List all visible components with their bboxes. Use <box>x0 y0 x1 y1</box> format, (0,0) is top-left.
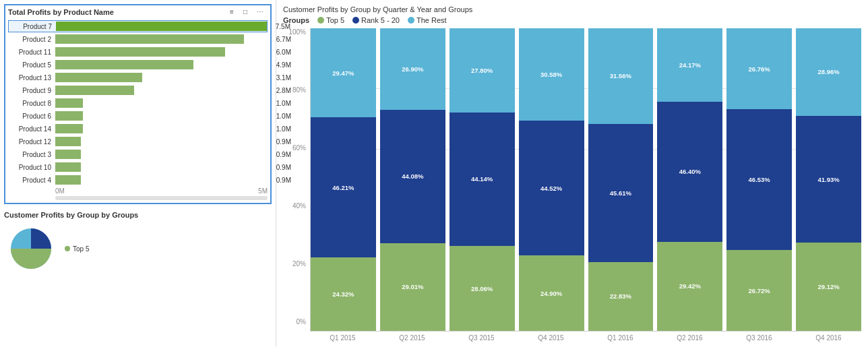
x-label: Q1 2016 <box>588 334 653 342</box>
bar-label: Product 7 <box>9 23 56 30</box>
bar-row[interactable]: Product 61.0M <box>8 110 268 122</box>
stacked-segment: 29.12% <box>796 243 861 331</box>
stacked-bar-group[interactable]: 24.90%44.52%30.58% <box>519 28 584 331</box>
segment-label: 29.42% <box>679 282 701 290</box>
bar-row[interactable]: Product 133.1M <box>8 71 268 84</box>
bar-fill <box>55 73 142 82</box>
bar-chart-body: Product 77.5MProduct 26.7MProduct 116.0M… <box>8 20 268 186</box>
bar-value: 1.0M <box>276 125 291 133</box>
expand-icon[interactable]: □ <box>243 8 254 15</box>
segment-label: 26.72% <box>749 287 770 294</box>
more-icon[interactable]: ⋯ <box>257 8 268 15</box>
stacked-bar-group[interactable]: 29.01%44.08%26.90% <box>380 28 445 331</box>
right-panel: Customer Profits by Group by Quarter & Y… <box>276 0 868 347</box>
segment-label: 44.52% <box>540 185 562 192</box>
stacked-bar-group[interactable]: 26.72%46.53%26.76% <box>726 28 792 331</box>
segment-label: 24.90% <box>540 290 562 297</box>
stacked-segment: 29.47% <box>311 28 376 117</box>
bar-track: 6.0M <box>55 47 268 57</box>
groups-legend: Groups Top 5 Rank 5 - 20 The Rest <box>283 16 861 24</box>
segment-label: 27.80% <box>471 67 493 74</box>
bar-fill <box>55 150 81 159</box>
bar-chart-x-axis: 0M 5M <box>8 186 268 195</box>
right-chart-title: Customer Profits by Group by Quarter & Y… <box>283 5 861 13</box>
pie-chart-svg <box>4 222 58 276</box>
pie-legend: Top 5 <box>65 245 89 253</box>
bars-area: 24.32%46.21%29.47%29.01%44.08%26.90%28.0… <box>310 28 861 332</box>
bar-value: 0.9M <box>276 177 291 184</box>
segment-label: 41.93% <box>817 176 839 183</box>
bar-track: 0.9M <box>55 175 268 185</box>
segment-label: 22.83% <box>610 292 631 300</box>
segment-label: 46.40% <box>679 168 701 175</box>
legend-top5: Top 5 <box>317 16 344 24</box>
bar-track: 0.9M <box>55 137 268 146</box>
stacked-chart: 0%20%40%60%80%100% 24.32%46.21%29.47%29.… <box>283 28 861 342</box>
bar-chart-container: ≡ □ ⋯ Total Profits by Product Name Prod… <box>4 4 272 204</box>
bottom-chart-container: Customer Profits by Group by Groups Top … <box>4 211 272 344</box>
segment-label: 29.12% <box>817 283 839 290</box>
bar-fill <box>56 22 267 31</box>
bar-row[interactable]: Product 120.9M <box>8 135 268 148</box>
bar-track: 3.1M <box>55 73 268 82</box>
bar-row[interactable]: Product 26.7M <box>8 33 268 45</box>
segment-label: 45.61% <box>610 189 631 197</box>
bar-row[interactable]: Product 30.9M <box>8 148 268 160</box>
bar-value: 0.9M <box>276 138 291 146</box>
stacked-bar-group[interactable]: 22.83%45.61%31.56% <box>588 28 654 331</box>
bar-track: 0.9M <box>55 150 268 159</box>
stacked-bar-group[interactable]: 29.12%41.93%28.96% <box>796 28 861 331</box>
bar-track: 1.0M <box>55 111 268 121</box>
bar-value: 6.7M <box>276 36 291 43</box>
bar-value: 0.9M <box>276 164 291 171</box>
stacked-bar-group[interactable]: 28.06%44.14%27.80% <box>450 28 515 331</box>
bar-row[interactable]: Product 40.9M <box>8 174 268 186</box>
x-axis-5m: 5M <box>258 187 268 195</box>
rest-circle <box>408 17 414 24</box>
y-axis-label: 100% <box>288 28 306 36</box>
top5-label: Top 5 <box>73 245 89 253</box>
bar-label: Product 10 <box>8 164 55 171</box>
stacked-segment: 27.80% <box>450 28 515 113</box>
bar-row[interactable]: Product 141.0M <box>8 123 268 135</box>
top5-text: Top 5 <box>326 16 344 24</box>
stacked-bar-group[interactable]: 29.42%46.40%24.17% <box>657 28 722 331</box>
bar-label: Product 6 <box>8 113 55 120</box>
bar-row[interactable]: Product 116.0M <box>8 46 268 58</box>
bar-track: 7.5M <box>56 22 267 31</box>
segment-label: 46.53% <box>749 176 770 183</box>
bar-fill <box>55 34 244 44</box>
stacked-segment: 45.61% <box>588 124 654 262</box>
x-labels: Q1 2015Q2 2015Q3 2015Q4 2015Q1 2016Q2 20… <box>310 334 861 342</box>
bar-label: Product 14 <box>8 125 55 133</box>
bar-track: 4.9M <box>55 60 268 69</box>
bar-track: 2.8M <box>55 86 268 95</box>
stacked-segment: 28.06% <box>450 246 515 331</box>
stacked-segment: 24.17% <box>657 28 722 102</box>
stacked-segment: 29.42% <box>657 242 722 331</box>
segment-label: 46.21% <box>332 184 354 191</box>
bar-fill <box>55 60 193 69</box>
bar-value: 6.0M <box>276 49 291 56</box>
grid-icon[interactable]: ≡ <box>230 8 241 15</box>
bar-row[interactable]: Product 54.9M <box>8 59 268 71</box>
bar-row[interactable]: Product 77.5M <box>8 20 268 32</box>
bar-label: Product 8 <box>8 100 55 107</box>
bar-fill <box>55 98 83 108</box>
top5-circle <box>317 17 324 24</box>
bar-row[interactable]: Product 100.9M <box>8 161 268 173</box>
y-axis-label: 60% <box>292 144 306 152</box>
bar-fill <box>55 137 81 146</box>
bar-label: Product 2 <box>8 36 55 43</box>
bar-label: Product 3 <box>8 151 55 158</box>
left-panel: ≡ □ ⋯ Total Profits by Product Name Prod… <box>0 0 276 347</box>
stacked-segment: 26.90% <box>380 28 445 110</box>
bar-row[interactable]: Product 81.0M <box>8 97 268 109</box>
bar-row[interactable]: Product 92.8M <box>8 84 268 96</box>
bar-value: 7.5M <box>276 23 290 30</box>
segment-label: 28.96% <box>817 68 839 75</box>
bar-label: Product 11 <box>8 49 55 56</box>
stacked-segment: 46.21% <box>311 117 376 257</box>
bar-chart-scrollbar[interactable] <box>55 196 268 200</box>
stacked-bar-group[interactable]: 24.32%46.21%29.47% <box>311 28 376 331</box>
